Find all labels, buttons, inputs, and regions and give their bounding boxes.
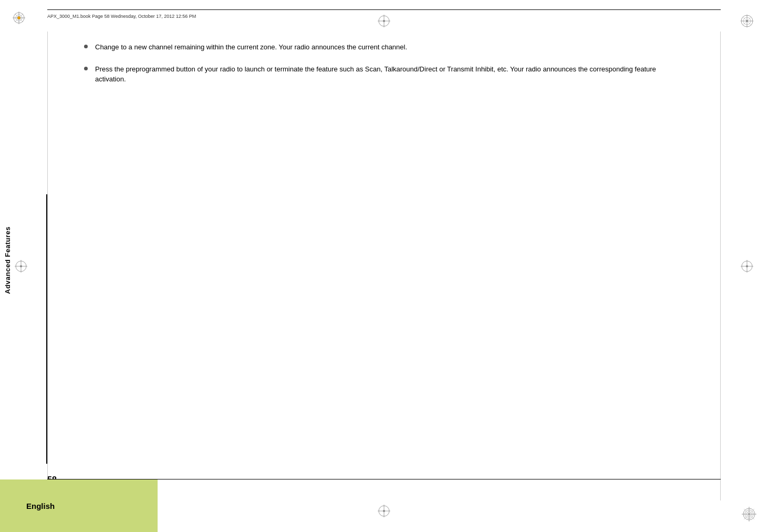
svg-point-13 — [746, 20, 748, 22]
page: APX_3000_M1.book Page 58 Wednesday, Octo… — [0, 0, 768, 532]
main-content: Change to a new channel remaining within… — [84, 42, 684, 96]
svg-point-17 — [20, 265, 22, 267]
bullet-text-2: Press the preprogrammed button of your r… — [95, 64, 684, 85]
bullet-dot — [84, 45, 88, 48]
reg-mark-top-right — [740, 14, 754, 28]
list-item: Press the preprogrammed button of your r… — [84, 64, 684, 85]
side-tab-text: Advanced Features — [4, 226, 12, 294]
svg-point-21 — [746, 265, 748, 267]
left-bar — [46, 194, 47, 464]
language-label: English — [26, 502, 55, 510]
header-text: APX_3000_M1.book Page 58 Wednesday, Octo… — [47, 14, 196, 19]
margin-left — [47, 32, 48, 500]
reg-mark-top-left — [12, 11, 26, 25]
svg-point-25 — [383, 20, 385, 22]
reg-mark-mid-top — [377, 14, 391, 28]
english-tab: English — [0, 479, 158, 532]
reg-mark-mid-bottom — [377, 504, 391, 518]
margin-right — [720, 32, 721, 500]
bullet-text-1: Change to a new channel remaining within… — [95, 42, 684, 53]
list-item: Change to a new channel remaining within… — [84, 42, 684, 53]
side-tab: Advanced Features — [0, 200, 15, 320]
reg-mark-bottom-right — [742, 507, 756, 521]
svg-point-6 — [17, 16, 20, 19]
bullet-list: Change to a new channel remaining within… — [84, 42, 684, 85]
reg-mark-mid-right — [740, 259, 754, 274]
bullet-dot — [84, 67, 88, 70]
svg-point-29 — [383, 510, 385, 512]
reg-mark-mid-left — [14, 259, 28, 274]
